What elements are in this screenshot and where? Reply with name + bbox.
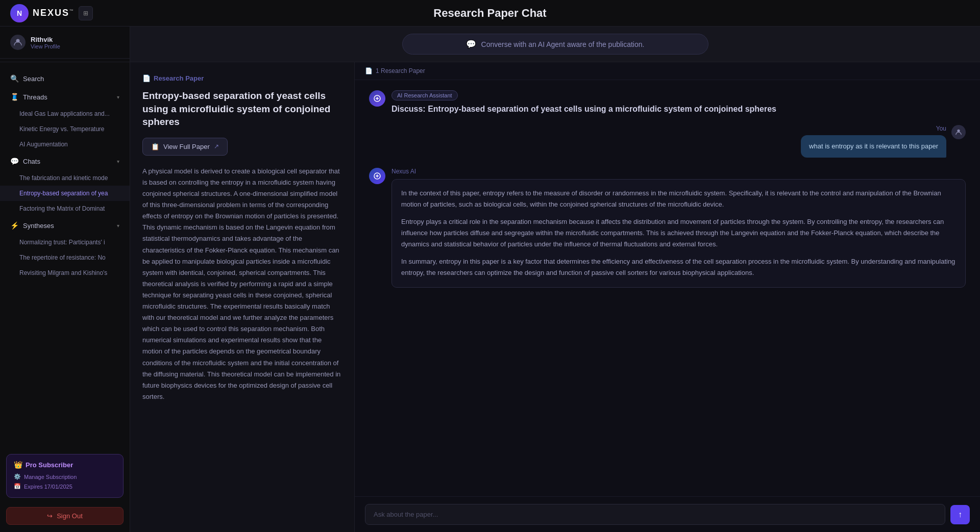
converse-banner: 💬 Converse with an AI Agent aware of the… [130,27,980,62]
threads-label: Threads [23,93,47,101]
app-name: NEXUS™ [33,8,75,18]
chats-chevron: ▾ [117,159,119,164]
syntheses-header-left: ⚡ Syntheses [10,221,54,230]
content-area: 💬 Converse with an AI Agent aware of the… [130,27,980,532]
user-message-row: You what is entropy as it is relevant to… [369,125,966,158]
calendar-icon: 📅 [14,483,21,490]
paper-body: A physical model is derived to create a … [142,166,342,402]
search-label: Search [23,75,44,83]
avatar [10,35,26,50]
sidebar-divider [0,62,130,62]
top-header: N NEXUS™ ⊞ Research Paper Chat [0,0,980,27]
sidebar-syntheses-header[interactable]: ⚡ Syntheses ▾ [0,216,130,235]
nexus-label: Nexus AI [391,168,966,175]
nexus-response-body: Nexus AI In the context of this paper, e… [391,168,966,288]
expires-label: 📅 Expires 17/01/2025 [14,482,116,491]
send-arrow-icon: ↑ [958,510,962,519]
pro-badge: 👑 Pro Subscriber [14,461,116,469]
ai-header: AI Research Assistant Discuss: Entropy-b… [369,90,966,115]
external-link-icon: ↗ [214,143,219,150]
sidebar-threads-header[interactable]: 🧵 Threads ▾ [0,88,130,106]
nexus-paragraph-1: In the context of this paper, entropy re… [401,188,956,210]
threads-icon: 🧵 [10,93,19,101]
chats-icon: 💬 [10,157,19,165]
user-info: Rithvik View Profile [31,36,60,49]
paper-label: 📄 Research Paper [142,74,342,82]
research-paper-icon: 📄 [142,74,151,82]
nexus-response-card: In the context of this paper, entropy re… [391,179,966,288]
grid-icon-button[interactable]: ⊞ [79,6,93,20]
converse-pill: 💬 Converse with an AI Agent aware of the… [402,34,708,55]
ai-discussion-block: AI Research Assistant Discuss: Entropy-b… [369,90,966,115]
signout-icon: ↪ [47,512,53,520]
document-icon: 📋 [151,143,159,150]
user-avatar-small [951,125,966,139]
svg-point-2 [957,130,960,132]
synthesis-item-2[interactable]: The repertoire of resistance: No [0,250,130,265]
split-panel: 📄 Research Paper Entropy-based separatio… [130,62,980,532]
logo-area: N NEXUS™ ⊞ [10,4,93,22]
syntheses-chevron: ▾ [117,223,119,229]
search-icon: 🔍 [10,74,19,83]
chats-header-left: 💬 Chats [10,157,40,165]
sign-out-button[interactable]: ↪ Sign Out [6,507,124,525]
sidebar-nav: 🔍 Search 🧵 Threads ▾ Ideal Gas Law appli… [0,65,130,449]
thread-item-3[interactable]: AI Augumentation [0,137,130,152]
sidebar: Rithvik View Profile 🔍 Search 🧵 Threads … [0,27,130,532]
chat-item-3[interactable]: Factoring the Matrix of Dominat [0,201,130,216]
ai-avatar [369,90,385,107]
research-paper-label: Research Paper [154,74,204,82]
nexus-avatar [369,168,385,184]
chat-input-area: ↑ [355,496,980,532]
nexus-response-row: Nexus AI In the context of this paper, e… [369,168,966,288]
pro-subscriber-box: 👑 Pro Subscriber ⚙️ Manage Subscription … [6,454,124,498]
send-button[interactable]: ↑ [950,505,970,524]
you-label: You [936,125,946,132]
sidebar-item-search[interactable]: 🔍 Search [0,69,130,88]
syntheses-label: Syntheses [23,222,54,230]
ai-discuss-title: Discuss: Entropy-based separation of yea… [391,104,776,115]
syntheses-icon: ⚡ [10,221,19,230]
paper-count: 1 Research Paper [376,67,425,74]
view-full-paper-button[interactable]: 📋 View Full Paper ↗ [142,138,228,156]
converse-text: Converse with an AI Agent aware of the p… [481,40,645,48]
nexus-paragraph-2: Entropy plays a critical role in the sep… [401,216,956,250]
chat-bubble-icon: 💬 [466,39,476,49]
ai-badge-area: AI Research Assistant Discuss: Entropy-b… [391,90,776,115]
paper-count-strip: 📄 1 Research Paper [355,62,980,80]
sidebar-chats-header[interactable]: 💬 Chats ▾ [0,152,130,170]
nexus-logo: N [10,4,29,22]
synthesis-item-3[interactable]: Revisiting Milgram and Kishino's [0,265,130,281]
thread-item-2[interactable]: Kinetic Energy vs. Temperature [0,121,130,137]
thread-item-1[interactable]: Ideal Gas Law applications and... [0,106,130,121]
page-title: Research Paper Chat [433,7,546,20]
paper-panel: 📄 Research Paper Entropy-based separatio… [130,62,355,532]
chat-panel: 📄 1 Research Paper [355,62,980,532]
chats-label: Chats [23,158,40,165]
gear-icon: ⚙️ [14,473,21,480]
main-layout: Rithvik View Profile 🔍 Search 🧵 Threads … [0,27,980,532]
threads-chevron: ▾ [117,94,119,100]
threads-header-left: 🧵 Threads [10,93,47,101]
ai-research-badge: AI Research Assistant [391,90,458,100]
paper-title: Entropy-based separation of yeast cells … [142,89,342,129]
view-profile-link[interactable]: View Profile [31,43,60,49]
nexus-paragraph-3: In summary, entropy in this paper is a k… [401,256,956,278]
synthesis-item-1[interactable]: Normalizing trust: Participants' i [0,235,130,250]
user-name: Rithvik [31,36,60,43]
crown-icon: 👑 [14,461,22,469]
manage-subscription-link[interactable]: ⚙️ Manage Subscription [14,472,116,482]
chat-item-1[interactable]: The fabrication and kinetic mode [0,170,130,186]
chat-messages: AI Research Assistant Discuss: Entropy-b… [355,80,980,496]
user-message-bubble: what is entropy as it is relevant to thi… [801,135,946,158]
document-small-icon: 📄 [365,67,373,74]
user-message-col: You what is entropy as it is relevant to… [801,125,946,158]
chat-input[interactable] [365,504,945,525]
chat-item-2[interactable]: Entropy-based separation of yea [0,186,130,201]
user-profile-area[interactable]: Rithvik View Profile [0,27,130,59]
